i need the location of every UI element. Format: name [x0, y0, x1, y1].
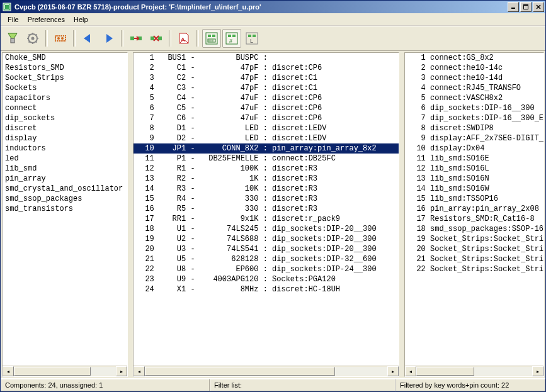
component-row[interactable]: 13 R2 - 1K : discret:R3	[134, 174, 399, 184]
footprint-row[interactable]: 2 connect:he10-14c	[405, 63, 543, 73]
settings-button[interactable]	[23, 29, 42, 48]
footprint-row[interactable]: 13 lib_smd:SO16N	[405, 174, 543, 184]
scroll-left-icon[interactable]: ◂	[134, 366, 145, 376]
scroll-left-icon[interactable]: ◂	[405, 366, 416, 376]
footprint-row[interactable]: 15 lib_smd:TSSOP16	[405, 194, 543, 204]
library-row[interactable]: inductors	[3, 143, 127, 154]
library-row[interactable]: capacitors	[3, 93, 127, 103]
footprint-row[interactable]: 21 Socket_Strips:Socket_Strip_	[405, 254, 543, 264]
footprint-row[interactable]: 14 lib_smd:SO16W	[405, 184, 543, 194]
component-row[interactable]: 19 U2 - 74LS688 : dip_sockets:DIP-20__30…	[134, 234, 399, 244]
library-row[interactable]: Resistors_SMD	[3, 63, 127, 73]
component-row[interactable]: 24 X1 - 8MHz : discret:HC-18UH	[134, 284, 399, 294]
footprint-row[interactable]: 11 lib_smd:SO16E	[405, 154, 543, 164]
filter-pincount-button[interactable]: #	[222, 29, 241, 48]
footprint-row[interactable]: 22 Socket_Strips:Socket_Strip_	[405, 264, 543, 274]
library-list[interactable]: Choke_SMDResistors_SMDSocket_StripsSocke…	[3, 53, 127, 366]
footprint-row[interactable]: 16 pin_array:pin_array_2x08	[405, 204, 543, 214]
component-row[interactable]: 16 R5 - 330 : discret:R3	[134, 204, 399, 214]
svg-text:#: #	[229, 38, 232, 44]
component-row[interactable]: 7 C6 - 47uF : discret:CP6	[134, 113, 399, 123]
component-row[interactable]: 6 C5 - 47uF : discret:CP6	[134, 103, 399, 113]
component-row[interactable]: 22 U8 - EP600 : dip_sockets:DIP-24__300	[134, 264, 399, 274]
library-row[interactable]: lib_smd	[3, 164, 127, 174]
view-footprint-button[interactable]	[51, 29, 70, 48]
status-components: Components: 24, unassigned: 1	[1, 379, 210, 391]
footprint-row[interactable]: 19 Socket_Strips:Socket_Strip_	[405, 234, 543, 244]
component-row[interactable]: 23 U9 - 4003APG120 : Sockets:PGA120	[134, 274, 399, 284]
footprint-row[interactable]: 3 connect:he10-14d	[405, 73, 543, 83]
component-row[interactable]: 14 R3 - 10K : discret:R3	[134, 184, 399, 194]
datasheet-button[interactable]: A	[174, 29, 193, 48]
library-row[interactable]: dip_sockets	[3, 113, 127, 123]
footprint-row[interactable]: 10 display:Dx04	[405, 143, 543, 154]
component-row[interactable]: 18 U1 - 74LS245 : dip_sockets:DIP-20__30…	[134, 224, 399, 234]
component-row[interactable]: 5 C4 - 47uF : discret:CP6	[134, 93, 399, 103]
scroll-right-icon[interactable]: ▸	[532, 366, 543, 376]
library-row[interactable]: discret	[3, 123, 127, 133]
svg-line-17	[29, 42, 30, 43]
close-button[interactable]	[533, 2, 544, 12]
component-row[interactable]: 1 BUS1 - BUSPC :	[134, 53, 399, 63]
component-row[interactable]: 4 C3 - 47pF : discret:C1	[134, 83, 399, 93]
auto-associate-button[interactable]	[127, 29, 145, 48]
footprint-row[interactable]: 17 Resistors_SMD:R_Cat16-8	[405, 214, 543, 224]
menu-help[interactable]: Help	[69, 14, 93, 25]
component-row[interactable]: 8 D1 - LED : discret:LEDV	[134, 123, 399, 133]
next-button[interactable]	[99, 29, 118, 48]
component-row[interactable]: 9 D2 - LED : discret:LEDV	[134, 133, 399, 143]
titlebar: Cvpcb (2015-06-07 BZR 5718)-product Proj…	[1, 1, 545, 13]
scroll-left-icon[interactable]: ◂	[3, 366, 14, 376]
scroll-right-icon[interactable]: ▸	[116, 366, 127, 376]
footprint-row[interactable]: 1 connect:GS_8x2	[405, 53, 543, 63]
component-row[interactable]: 2 C1 - 47pF : discret:CP6	[134, 63, 399, 73]
svg-line-15	[29, 35, 30, 36]
component-list[interactable]: 1 BUS1 - BUSPC : 2 C1 - 47pF : discret:C…	[134, 53, 399, 366]
prev-button[interactable]	[79, 29, 98, 48]
scroll-right-icon[interactable]: ▸	[387, 366, 399, 376]
library-row[interactable]: display	[3, 133, 127, 143]
component-row[interactable]: 17 RR1 - 9x1K : discret:r_pack9	[134, 214, 399, 224]
footprint-list[interactable]: 1 connect:GS_8x2 2 connect:he10-14c 3 co…	[405, 53, 543, 366]
footprint-row[interactable]: 5 connect:VASCH8x2	[405, 93, 543, 103]
footprint-row[interactable]: 18 smd_ssop_packages:SSOP-16	[405, 224, 543, 234]
component-row[interactable]: 11 P1 - DB25FEMELLE : connect:DB25FC	[134, 154, 399, 164]
footprint-row[interactable]: 12 lib_smd:SO16L	[405, 164, 543, 174]
component-row[interactable]: 3 C2 - 47pF : discret:C1	[134, 73, 399, 83]
footprint-row[interactable]: 20 Socket_Strips:Socket_Strip_	[405, 244, 543, 254]
library-row[interactable]: smd_transistors	[3, 204, 127, 214]
menu-preferences[interactable]: Preferences	[23, 14, 69, 25]
library-row[interactable]: pin_array	[3, 174, 127, 184]
save-button[interactable]	[3, 29, 22, 48]
filter-keywords-button[interactable]	[202, 29, 221, 48]
component-hscroll[interactable]: ◂ ▸	[134, 366, 399, 376]
svg-rect-37	[228, 35, 231, 37]
footprint-row[interactable]: 9 display:AFF_2x7SEG-DIGIT_10	[405, 133, 543, 143]
library-hscroll[interactable]: ◂ ▸	[3, 366, 127, 376]
footprint-row[interactable]: 4 connect:RJ45_TRANSFO	[405, 83, 543, 93]
delete-associations-button[interactable]	[147, 29, 166, 48]
component-row[interactable]: 12 R1 - 100K : discret:R3	[134, 164, 399, 174]
library-row[interactable]: led	[3, 154, 127, 164]
component-row[interactable]: 21 U5 - 628128 : dip_sockets:DIP-32__600	[134, 254, 399, 264]
library-row[interactable]: Sockets	[3, 83, 127, 93]
maximize-button[interactable]	[520, 2, 532, 12]
minimize-button[interactable]	[508, 2, 519, 12]
filter-library-button[interactable]: L	[242, 29, 261, 48]
library-row[interactable]: smd_ssop_packages	[3, 194, 127, 204]
component-row[interactable]: 10 JP1 - CONN_8X2 : pin_array:pin_array_…	[134, 143, 399, 154]
component-row[interactable]: 20 U3 - 74LS541 : dip_sockets:DIP-20__30…	[134, 244, 399, 254]
component-panel: 1 BUS1 - BUSPC : 2 C1 - 47pF : discret:C…	[133, 52, 399, 377]
menu-file[interactable]: File	[3, 14, 23, 25]
svg-rect-42	[253, 35, 256, 37]
footprint-row[interactable]: 6 dip_sockets:DIP-16__300	[405, 103, 543, 113]
library-row[interactable]: connect	[3, 103, 127, 113]
component-row[interactable]: 15 R4 - 330 : discret:R3	[134, 194, 399, 204]
footprint-hscroll[interactable]: ◂ ▸	[405, 366, 543, 376]
footprint-row[interactable]: 8 discret:SWDIP8	[405, 123, 543, 133]
library-row[interactable]: smd_crystal_and_oscillator	[3, 184, 127, 194]
footprint-row[interactable]: 7 dip_sockets:DIP-16__300_ELL	[405, 113, 543, 123]
library-row[interactable]: Choke_SMD	[3, 53, 127, 63]
library-row[interactable]: Socket_Strips	[3, 73, 127, 83]
workarea: Choke_SMDResistors_SMDSocket_StripsSocke…	[1, 51, 545, 378]
